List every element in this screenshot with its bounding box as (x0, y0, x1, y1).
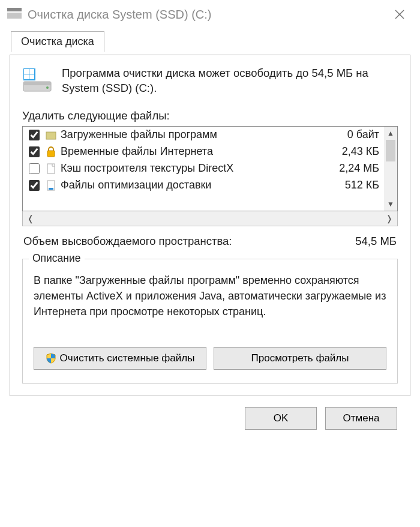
title-bar: Очистка диска System (SSD) (C:) (0, 0, 420, 29)
svg-rect-11 (47, 151, 55, 157)
file-list: Загруженные файлы программ 0 байт Времен… (22, 126, 398, 211)
tab-cleanup[interactable]: Очистка диска (11, 31, 104, 52)
file-name: Загруженные файлы программ (61, 128, 344, 141)
folder-icon (45, 129, 57, 141)
svg-rect-3 (24, 69, 29, 74)
description-legend: Описание (29, 252, 85, 265)
scroll-thumb[interactable] (386, 140, 395, 161)
view-files-label: Просмотреть файлы (251, 352, 349, 364)
file-name: Файлы оптимизации доставки (61, 179, 341, 191)
summary-value: 54,5 МБ (355, 235, 397, 248)
file-size: 0 байт (347, 128, 382, 141)
file-checkbox[interactable] (29, 163, 40, 174)
ok-button[interactable]: OK (245, 407, 317, 430)
filelist-caption: Удалить следующие файлы: (22, 109, 398, 122)
svg-rect-8 (23, 82, 51, 85)
view-files-button[interactable]: Просмотреть файлы (214, 347, 386, 370)
file-checkbox[interactable] (29, 146, 40, 157)
horizontal-scrollbar[interactable]: ❬ ❭ (22, 211, 398, 226)
file-size: 512 КБ (345, 179, 382, 191)
svg-rect-5 (24, 74, 29, 79)
description-group: Описание В папке "Загруженные файлы прог… (22, 259, 398, 384)
cancel-button[interactable]: Отмена (325, 407, 397, 430)
close-button[interactable] (382, 0, 418, 29)
clean-system-files-button[interactable]: Очистить системные файлы (34, 347, 206, 370)
file-name: Кэш построителя текстуры DirectX (61, 162, 335, 175)
list-item[interactable]: Загруженные файлы программ 0 байт (23, 127, 384, 143)
list-item[interactable]: Файлы оптимизации доставки 512 КБ (23, 177, 384, 194)
clean-system-files-label: Очистить системные файлы (60, 352, 195, 364)
window-title: Очистка диска System (SSD) (C:) (28, 8, 382, 22)
svg-rect-6 (29, 74, 34, 79)
svg-rect-4 (29, 69, 34, 74)
hard-disk-icon (22, 66, 52, 92)
list-item[interactable]: Кэш построителя текстуры DirectX 2,24 МБ (23, 160, 384, 177)
lock-icon (45, 146, 57, 158)
summary-label: Объем высвобождаемого пространства: (23, 235, 355, 248)
vertical-scrollbar[interactable]: ▲ ▼ (384, 127, 397, 211)
disk-cleanup-icon (7, 8, 22, 21)
list-item[interactable]: Временные файлы Интернета 2,43 КБ (23, 143, 384, 160)
file-checkbox[interactable] (29, 130, 40, 140)
file-checkbox[interactable] (29, 180, 40, 191)
file-icon (45, 163, 57, 175)
intro-text: Программа очистки диска может освободить… (62, 66, 398, 96)
scroll-left-icon[interactable]: ❬ (23, 211, 38, 226)
file-size: 2,24 МБ (339, 162, 382, 175)
file-name: Временные файлы Интернета (61, 145, 338, 158)
svg-rect-10 (46, 132, 56, 139)
svg-rect-14 (49, 188, 53, 190)
svg-point-9 (46, 86, 49, 89)
description-text: В папке "Загруженные файлы программ" вре… (34, 273, 386, 319)
tab-pane: Программа очистки диска может освободить… (10, 55, 410, 396)
file-size: 2,43 КБ (342, 145, 382, 158)
file-download-icon (45, 179, 57, 191)
close-icon (395, 10, 404, 19)
scroll-up-icon[interactable]: ▲ (384, 127, 397, 140)
file-list-rows[interactable]: Загруженные файлы программ 0 байт Времен… (23, 127, 397, 211)
scroll-down-icon[interactable]: ▼ (384, 197, 397, 211)
svg-rect-12 (47, 164, 55, 173)
scroll-right-icon[interactable]: ❭ (382, 211, 397, 226)
shield-icon (46, 353, 56, 364)
